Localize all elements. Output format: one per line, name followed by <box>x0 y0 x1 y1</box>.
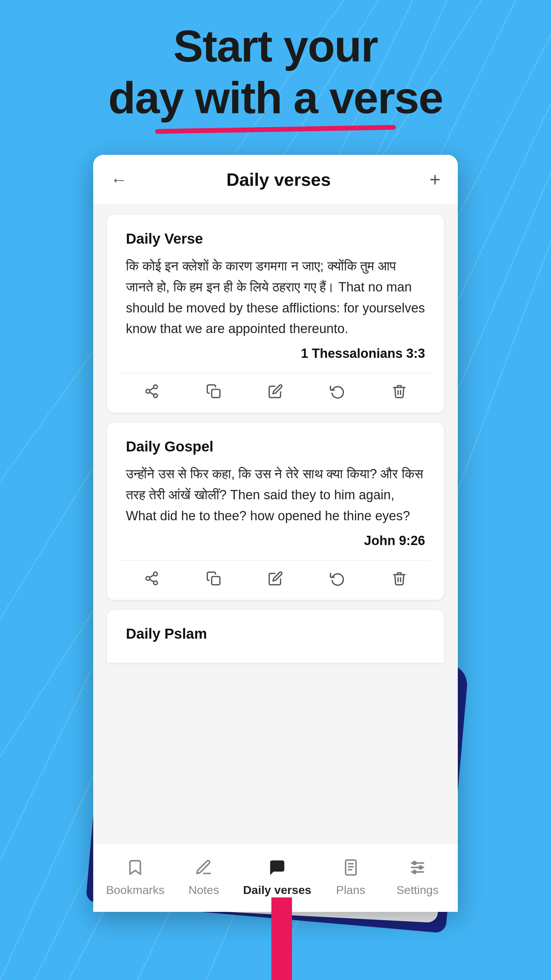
daily-verses-icon <box>268 859 286 881</box>
nav-item-settings[interactable]: Settings <box>390 859 445 897</box>
card2-actions <box>107 560 444 600</box>
screen-title: Daily verses <box>226 169 331 190</box>
svg-line-15 <box>149 388 154 390</box>
daily-verses-label: Daily verses <box>243 883 311 897</box>
nav-item-bookmarks[interactable]: Bookmarks <box>106 859 164 897</box>
top-nav-bar: ← Daily verses + <box>93 155 458 205</box>
card2-body: Daily Gospel उन्होंने उस से फिर कहा, कि … <box>107 423 444 560</box>
svg-rect-22 <box>212 576 220 585</box>
edit-icon[interactable] <box>268 384 283 402</box>
card1-reference: 1 Thessalonians 3:3 <box>126 346 425 361</box>
copy-icon[interactable] <box>206 384 221 402</box>
card1-category: Daily Verse <box>126 231 425 247</box>
refresh-icon-2[interactable] <box>330 571 345 589</box>
notes-label: Notes <box>189 883 219 897</box>
app-container: ← Daily verses + Daily Verse कि कोई इन क… <box>93 155 458 912</box>
delete-icon-2[interactable] <box>392 571 407 589</box>
card2-reference: John 9:26 <box>126 533 425 548</box>
nav-item-daily-verses[interactable]: Daily verses <box>243 859 311 897</box>
card2-category: Daily Gospel <box>126 438 425 455</box>
nav-item-notes[interactable]: Notes <box>176 859 231 897</box>
svg-point-31 <box>419 866 422 869</box>
settings-icon <box>409 859 427 881</box>
content-area: Daily Verse कि कोई इन क्लेशों के कारण डग… <box>93 205 458 845</box>
header-section: Start your day with a verse <box>0 21 551 132</box>
svg-rect-16 <box>212 390 220 398</box>
add-button[interactable]: + <box>430 169 441 191</box>
daily-gospel-card: Daily Gospel उन्होंने उस से फिर कहा, कि … <box>107 423 444 600</box>
refresh-icon[interactable] <box>330 384 345 402</box>
daily-verse-card: Daily Verse कि कोई इन क्लेशों के कारण डग… <box>107 215 444 412</box>
svg-line-14 <box>149 392 154 395</box>
svg-point-32 <box>413 870 416 874</box>
card1-text: कि कोई इन क्लेशों के कारण डगमगा न जाए; क… <box>126 256 425 339</box>
back-button[interactable]: ← <box>110 170 128 189</box>
card3-body: Daily Pslam <box>107 610 444 663</box>
header-title: Start your day with a verse <box>0 21 551 124</box>
card3-category: Daily Pslam <box>126 625 425 642</box>
delete-icon[interactable] <box>392 384 407 402</box>
daily-pslam-card: Daily Pslam <box>107 610 444 663</box>
svg-point-30 <box>413 862 416 865</box>
bookmarks-icon <box>126 859 144 881</box>
card1-actions <box>107 373 444 412</box>
plans-label: Plans <box>336 883 365 897</box>
bookmarks-label: Bookmarks <box>106 883 164 897</box>
share-icon-2[interactable] <box>144 571 159 589</box>
settings-label: Settings <box>396 883 438 897</box>
nav-item-plans[interactable]: Plans <box>323 859 378 897</box>
svg-line-21 <box>149 575 154 578</box>
ribbon-bookmark <box>272 897 292 980</box>
edit-icon-2[interactable] <box>268 571 283 589</box>
svg-line-20 <box>149 579 154 582</box>
plans-icon <box>342 859 360 881</box>
copy-icon-2[interactable] <box>206 571 221 589</box>
notes-icon <box>195 859 213 881</box>
share-icon[interactable] <box>144 384 159 402</box>
card2-text: उन्होंने उस से फिर कहा, कि उस ने तेरे सा… <box>126 463 425 526</box>
card1-body: Daily Verse कि कोई इन क्लेशों के कारण डग… <box>107 215 444 373</box>
